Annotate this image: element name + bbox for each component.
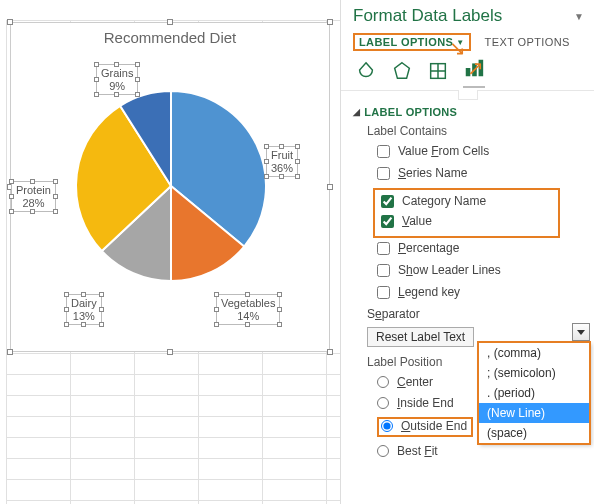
radio-center[interactable] xyxy=(377,376,389,388)
separator-label: Separator xyxy=(367,307,420,321)
label-category-name: Category Name xyxy=(402,194,486,208)
separator-option[interactable]: , (comma) xyxy=(479,343,589,363)
svg-marker-0 xyxy=(395,62,410,78)
section-label-options[interactable]: ◢LABEL OPTIONS xyxy=(353,106,584,118)
highlight-category-value: Category Name Value xyxy=(373,188,560,238)
separator-option[interactable]: ; (semicolon) xyxy=(479,363,589,383)
checkbox-value[interactable] xyxy=(381,215,394,228)
label-legend-key: Legend key xyxy=(398,285,460,299)
effects-icon[interactable] xyxy=(391,60,413,85)
format-pane: Format Data Labels ▼ LABEL OPTIONS ▼ TEX… xyxy=(340,0,594,504)
chart-area[interactable]: Recommended Diet Fruit36%Vegetables14%Da… xyxy=(10,22,330,352)
separator-option[interactable]: (New Line) xyxy=(479,403,589,423)
label-outside-end: Outside End xyxy=(401,419,467,433)
separator-option[interactable]: . (period) xyxy=(479,383,589,403)
radio-inside-end[interactable] xyxy=(377,397,389,409)
checkbox-leader-lines[interactable] xyxy=(377,264,390,277)
label-inside-end: Inside End xyxy=(397,396,454,410)
svg-rect-2 xyxy=(466,68,471,76)
chevron-down-icon[interactable]: ▼ xyxy=(574,11,584,22)
checkbox-series-name[interactable] xyxy=(377,167,390,180)
fill-icon[interactable] xyxy=(355,60,377,85)
data-label-vegetables[interactable]: Vegetables14% xyxy=(216,294,280,325)
label-series-name: Series Name xyxy=(398,166,467,180)
pane-title: Format Data Labels xyxy=(353,6,502,26)
checkbox-legend-key[interactable] xyxy=(377,286,390,299)
chart-title[interactable]: Recommended Diet xyxy=(11,23,329,46)
chart-options-icon[interactable] xyxy=(463,57,485,88)
size-icon[interactable] xyxy=(427,60,449,85)
label-value: Value xyxy=(402,214,432,228)
data-label-fruit[interactable]: Fruit36% xyxy=(266,146,298,177)
label-contains-heading: Label Contains xyxy=(367,124,584,138)
label-leader-lines: Show Leader Lines xyxy=(398,263,501,277)
data-label-protein[interactable]: Protein28% xyxy=(11,181,56,212)
data-label-grains[interactable]: Grains9% xyxy=(96,64,138,95)
label-value-from-cells: Value From Cells xyxy=(398,144,489,158)
reset-label-text-button[interactable]: Reset Label Text xyxy=(367,327,474,347)
data-label-dairy[interactable]: Dairy13% xyxy=(66,294,102,325)
radio-outside-end[interactable] xyxy=(381,420,393,432)
label-best-fit: Best Fit xyxy=(397,444,438,458)
svg-rect-3 xyxy=(472,63,477,76)
separator-dropdown[interactable]: , (comma); (semicolon). (period)(New Lin… xyxy=(478,342,590,444)
tab-label-options[interactable]: LABEL OPTIONS ▼ xyxy=(353,33,471,51)
tab-text-options[interactable]: TEXT OPTIONS xyxy=(485,36,570,48)
checkbox-value-from-cells[interactable] xyxy=(377,145,390,158)
checkbox-percentage[interactable] xyxy=(377,242,390,255)
separator-option[interactable]: (space) xyxy=(479,423,589,443)
pie-chart[interactable] xyxy=(71,86,271,286)
label-center: Center xyxy=(397,375,433,389)
checkbox-category-name[interactable] xyxy=(381,195,394,208)
radio-best-fit[interactable] xyxy=(377,445,389,457)
label-percentage: Percentage xyxy=(398,241,459,255)
separator-dropdown-button[interactable] xyxy=(572,323,590,341)
svg-rect-4 xyxy=(479,59,484,76)
